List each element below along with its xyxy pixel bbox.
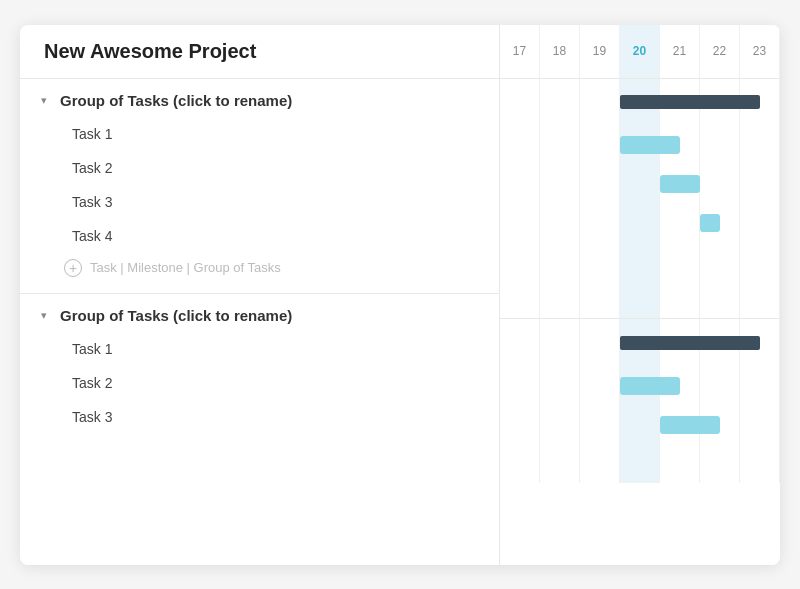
gantt-cell	[740, 444, 780, 483]
gantt-row-3	[500, 204, 780, 243]
gantt-cell	[700, 366, 740, 405]
gantt-cell	[740, 366, 780, 405]
right-panel: 17181920212223	[500, 25, 780, 565]
group-2-label[interactable]: Group of Tasks (click to rename)	[60, 307, 292, 324]
gantt-cell	[500, 204, 540, 243]
gantt-cell	[500, 444, 540, 483]
gantt-cell	[580, 444, 620, 483]
gantt-card: New Awesome Project ▾ Group of Tasks (cl…	[20, 25, 780, 565]
gantt-cell	[580, 319, 620, 366]
gantt-cell	[540, 444, 580, 483]
gantt-cell	[660, 243, 700, 282]
gantt-bar-g1_task3[interactable]	[700, 214, 720, 232]
task-g2-3-label: Task 3	[72, 409, 112, 425]
gantt-cell	[740, 126, 780, 165]
gantt-bar-g2_task2[interactable]	[660, 416, 720, 434]
task-g1-2[interactable]: Task 2	[20, 151, 499, 185]
collapse-arrow-1[interactable]: ▾	[36, 92, 52, 108]
task-g1-1-label: Task 1	[72, 126, 112, 142]
gantt-bar-g1_task2[interactable]	[660, 175, 700, 193]
gantt-cell	[540, 243, 580, 282]
gantt-cell	[500, 126, 540, 165]
gantt-cell	[620, 282, 660, 318]
gantt-cell	[740, 243, 780, 282]
gantt-cell	[620, 204, 660, 243]
day-col-23: 23	[740, 25, 780, 78]
gantt-cell	[580, 282, 620, 318]
gantt-cell	[700, 165, 740, 204]
gantt-cell	[620, 165, 660, 204]
group-1-row[interactable]: ▾ Group of Tasks (click to rename)	[20, 79, 499, 117]
gantt-bar-group2[interactable]	[620, 336, 760, 350]
gantt-cell	[540, 79, 580, 126]
gantt-cell	[740, 204, 780, 243]
gantt-cell	[540, 204, 580, 243]
tasks-section: ▾ Group of Tasks (click to rename) Task …	[20, 79, 499, 565]
gantt-bar-g1_task1[interactable]	[620, 136, 680, 154]
collapse-arrow-2[interactable]: ▾	[36, 308, 52, 324]
add-label-1: Task | Milestone | Group of Tasks	[90, 260, 281, 275]
group-2-row[interactable]: ▾ Group of Tasks (click to rename)	[20, 294, 499, 332]
gantt-cell	[660, 204, 700, 243]
gantt-row-9	[500, 405, 780, 444]
gantt-row-0	[500, 79, 780, 126]
gantt-header: 17181920212223	[500, 25, 780, 79]
gantt-row-5	[500, 282, 780, 318]
gantt-row-7	[500, 319, 780, 366]
task-g2-1[interactable]: Task 1	[20, 332, 499, 366]
gantt-row-2	[500, 165, 780, 204]
task-g1-3[interactable]: Task 3	[20, 185, 499, 219]
gantt-cell	[540, 366, 580, 405]
task-g1-4-label: Task 4	[72, 228, 112, 244]
task-g2-1-label: Task 1	[72, 341, 112, 357]
gantt-cell	[740, 165, 780, 204]
task-g2-2[interactable]: Task 2	[20, 366, 499, 400]
gantt-cell	[500, 243, 540, 282]
gantt-body	[500, 79, 780, 565]
gantt-bar-g2_task1[interactable]	[620, 377, 680, 395]
left-panel: New Awesome Project ▾ Group of Tasks (cl…	[20, 25, 500, 565]
gantt-cell	[540, 405, 580, 444]
gantt-bar-group1[interactable]	[620, 95, 760, 109]
gantt-cell	[700, 444, 740, 483]
gantt-cell	[580, 165, 620, 204]
task-g1-3-label: Task 3	[72, 194, 112, 210]
gantt-row-10	[500, 444, 780, 483]
gantt-row-8	[500, 366, 780, 405]
add-row-1[interactable]: + Task | Milestone | Group of Tasks	[20, 253, 499, 289]
gantt-cell	[500, 282, 540, 318]
gantt-cell	[580, 243, 620, 282]
gantt-cell	[540, 126, 580, 165]
task-g1-4[interactable]: Task 4	[20, 219, 499, 253]
gantt-cell	[580, 366, 620, 405]
gantt-cell	[700, 282, 740, 318]
task-g2-3[interactable]: Task 3	[20, 400, 499, 434]
day-col-21: 21	[660, 25, 700, 78]
day-col-20: 20	[620, 25, 660, 78]
gantt-cell	[580, 79, 620, 126]
gantt-cell	[740, 405, 780, 444]
gantt-cell	[540, 165, 580, 204]
project-title[interactable]: New Awesome Project	[44, 40, 256, 63]
gantt-cell	[500, 319, 540, 366]
day-col-22: 22	[700, 25, 740, 78]
add-icon-1[interactable]: +	[64, 259, 82, 277]
gantt-cell	[500, 79, 540, 126]
day-col-18: 18	[540, 25, 580, 78]
gantt-cell	[540, 282, 580, 318]
gantt-cell	[660, 444, 700, 483]
gantt-cell	[580, 204, 620, 243]
task-g2-2-label: Task 2	[72, 375, 112, 391]
gantt-cell	[700, 126, 740, 165]
gantt-cell	[500, 366, 540, 405]
gantt-cell	[500, 405, 540, 444]
gantt-row-4	[500, 243, 780, 282]
gantt-cell	[620, 444, 660, 483]
task-g1-1[interactable]: Task 1	[20, 117, 499, 151]
gantt-container: New Awesome Project ▾ Group of Tasks (cl…	[20, 25, 780, 565]
gantt-row-1	[500, 126, 780, 165]
group-1-label[interactable]: Group of Tasks (click to rename)	[60, 92, 292, 109]
task-g1-2-label: Task 2	[72, 160, 112, 176]
gantt-cell	[540, 319, 580, 366]
gantt-cell	[660, 282, 700, 318]
